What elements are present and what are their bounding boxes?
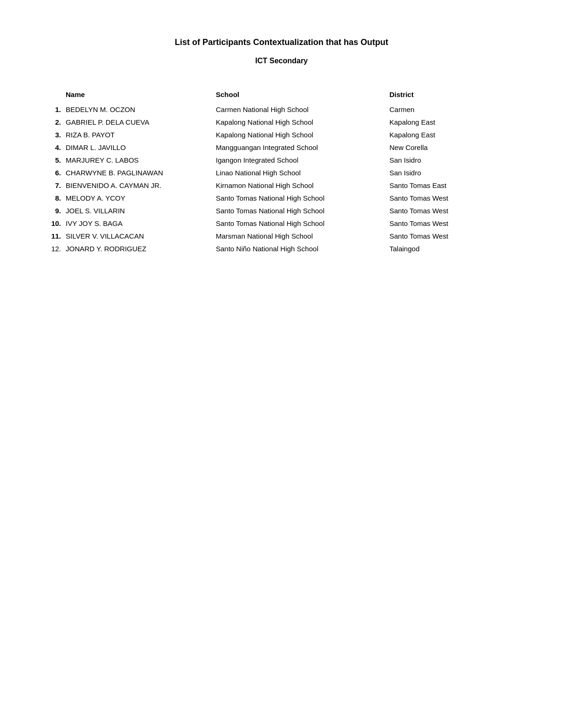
row-district: Santo Tomas East xyxy=(389,181,525,189)
header-school: School xyxy=(216,90,389,98)
row-number: 7. xyxy=(38,181,66,189)
row-district: Santo Tomas West xyxy=(389,232,525,240)
row-number: 6. xyxy=(38,169,66,177)
row-school: Igangon Integrated School xyxy=(216,156,389,164)
row-school: Carmen National High School xyxy=(216,105,389,113)
row-number: 4. xyxy=(38,143,66,151)
page-title: List of Participants Contextualization t… xyxy=(38,38,525,47)
row-name: DIMAR L. JAVILLO xyxy=(66,143,216,151)
header-name: Name xyxy=(66,90,216,98)
row-name: SILVER V. VILLACACAN xyxy=(66,232,216,240)
row-name: BIENVENIDO A. CAYMAN JR. xyxy=(66,181,216,189)
row-school: Santo Tomas National High School xyxy=(216,219,389,227)
row-name: CHARWYNE B. PAGLINAWAN xyxy=(66,169,216,177)
table-row: 2. GABRIEL P. DELA CUEVA Kapalong Nation… xyxy=(38,116,525,128)
header-num xyxy=(38,90,66,98)
table-row: 11. SILVER V. VILLACACAN Marsman Nationa… xyxy=(38,230,525,242)
subtitle: ICT Secondary xyxy=(38,57,525,65)
row-district: San Isidro xyxy=(389,156,525,164)
row-name: GABRIEL P. DELA CUEVA xyxy=(66,118,216,126)
row-school: Santo Tomas National High School xyxy=(216,194,389,202)
row-school: Santo Niño National High School xyxy=(216,245,389,253)
table-row: 6. CHARWYNE B. PAGLINAWAN Linao National… xyxy=(38,166,525,179)
row-district: Santo Tomas West xyxy=(389,219,525,227)
row-district: Kapalong East xyxy=(389,118,525,126)
row-district: Carmen xyxy=(389,105,525,113)
row-name: JOEL S. VILLARIN xyxy=(66,207,216,215)
row-name: BEDELYN M. OCZON xyxy=(66,105,216,113)
row-name: MARJUREY C. LABOS xyxy=(66,156,216,164)
row-district: Santo Tomas West xyxy=(389,194,525,202)
row-number: 3. xyxy=(38,131,66,139)
row-school: Linao National High School xyxy=(216,169,389,177)
table-row: 10. IVY JOY S. BAGA Santo Tomas National… xyxy=(38,217,525,230)
row-name: MELODY A. YCOY xyxy=(66,194,216,202)
table-row: 7. BIENVENIDO A. CAYMAN JR. Kirnamon Nat… xyxy=(38,179,525,192)
row-number: 10. xyxy=(38,219,66,227)
row-school: Santo Tomas National High School xyxy=(216,207,389,215)
row-district: Santo Tomas West xyxy=(389,207,525,215)
table-row: 3. RIZA B. PAYOT Kapalong National High … xyxy=(38,128,525,141)
row-number: 8. xyxy=(38,194,66,202)
row-number: 11. xyxy=(38,232,66,240)
participants-table: Name School District 1. BEDELYN M. OCZON… xyxy=(38,89,525,255)
row-name: JONARD Y. RODRIGUEZ xyxy=(66,245,216,253)
row-district: New Corella xyxy=(389,143,525,151)
table-row: 8. MELODY A. YCOY Santo Tomas National H… xyxy=(38,192,525,204)
row-name: RIZA B. PAYOT xyxy=(66,131,216,139)
row-name: IVY JOY S. BAGA xyxy=(66,219,216,227)
row-number: 5. xyxy=(38,156,66,164)
row-school: Kapalong National High School xyxy=(216,131,389,139)
row-number: 1. xyxy=(38,105,66,113)
row-district: San Isidro xyxy=(389,169,525,177)
row-school: Kapalong National High School xyxy=(216,118,389,126)
row-district: Kapalong East xyxy=(389,131,525,139)
row-number: 12. xyxy=(38,245,66,253)
header-district: District xyxy=(389,90,525,98)
table-row: 1. BEDELYN M. OCZON Carmen National High… xyxy=(38,103,525,116)
row-number: 2. xyxy=(38,118,66,126)
table-row: 12. JONARD Y. RODRIGUEZ Santo Niño Natio… xyxy=(38,242,525,255)
table-row: 5. MARJUREY C. LABOS Igangon Integrated … xyxy=(38,154,525,166)
row-number: 9. xyxy=(38,207,66,215)
table-body: 1. BEDELYN M. OCZON Carmen National High… xyxy=(38,103,525,255)
row-school: Mangguangan Integrated School xyxy=(216,143,389,151)
table-row: 9. JOEL S. VILLARIN Santo Tomas National… xyxy=(38,204,525,217)
table-row: 4. DIMAR L. JAVILLO Mangguangan Integrat… xyxy=(38,141,525,154)
row-school: Marsman National High School xyxy=(216,232,389,240)
row-school: Kirnamon National High School xyxy=(216,181,389,189)
table-header: Name School District xyxy=(38,89,525,100)
row-district: Talaingod xyxy=(389,245,525,253)
